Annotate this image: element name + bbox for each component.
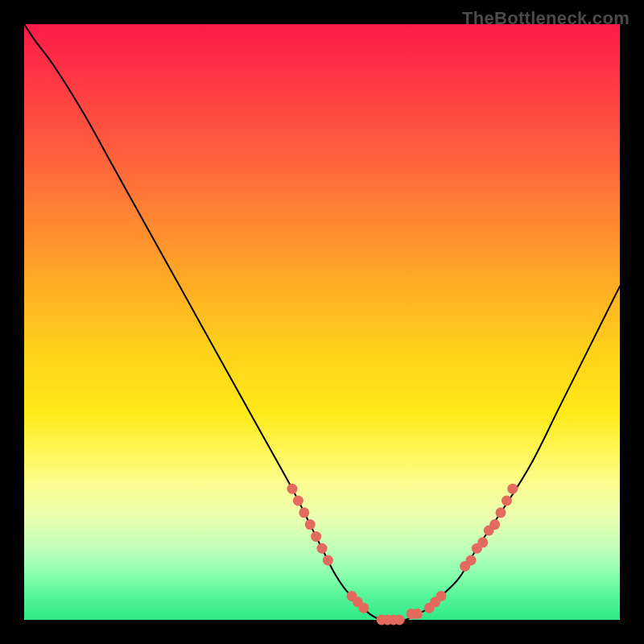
plot-area xyxy=(24,24,620,620)
chart-stage: TheBottleneck.com xyxy=(0,0,644,644)
watermark-label: TheBottleneck.com xyxy=(462,8,630,29)
